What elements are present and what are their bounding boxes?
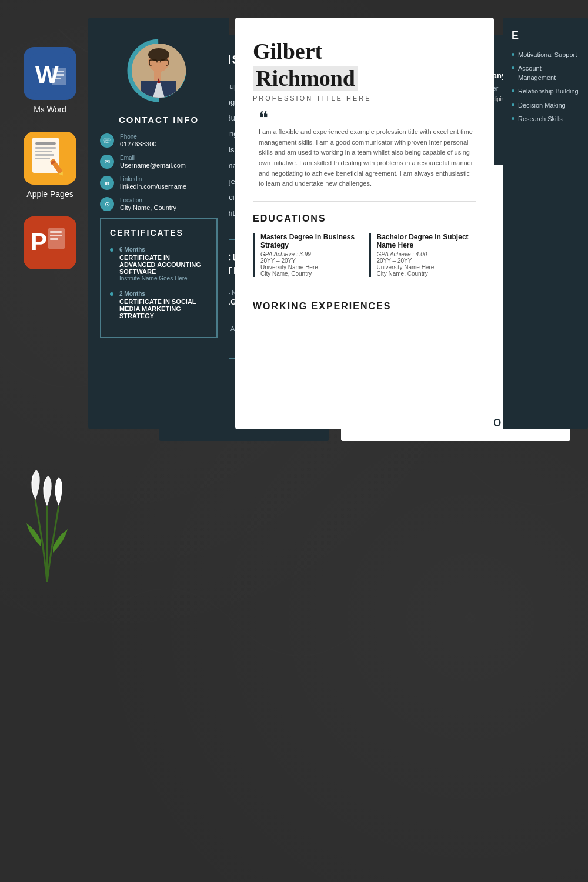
bottom-photo-wrapper xyxy=(126,38,191,103)
person-name: Gilbert Richmond xyxy=(253,38,476,92)
contact-email-text: Email Username@email.com xyxy=(120,155,218,169)
edu-city: City Name, Country xyxy=(260,270,360,277)
certificates-title: CERTIFICATES xyxy=(110,228,208,238)
linkedin-label: Linkedin xyxy=(120,176,218,182)
msword-app-block[interactable]: W Ms Word xyxy=(24,47,76,114)
partial-bullet-icon xyxy=(512,89,514,92)
powerpoint-icon-box: P xyxy=(24,216,76,269)
last-name: Richmond xyxy=(253,66,358,91)
cert-content: 2 Months Certificate In Social Media Mar… xyxy=(119,290,208,319)
powerpoint-app-block[interactable]: P xyxy=(24,216,76,269)
svg-point-48 xyxy=(151,62,166,72)
linkedin-value: linkedin.com/username xyxy=(120,183,218,190)
svg-point-40 xyxy=(148,48,169,61)
work-experiences-title: WORKING EXPERIENCES xyxy=(253,301,476,312)
educations-grid: Masters Degree in Business Strategy GPA … xyxy=(253,233,476,277)
svg-rect-45 xyxy=(154,71,161,81)
edu-gpa: GPA Achieve : 3.99 xyxy=(260,251,360,258)
email-label: Email xyxy=(120,155,218,161)
email-icon: ✉ xyxy=(100,155,114,169)
edu-university: University Name Here xyxy=(377,264,477,270)
cert-name: Certificate In Social Media Marketing St… xyxy=(119,298,208,319)
partial-bullet-icon xyxy=(512,53,514,56)
pages-icon-box xyxy=(24,132,76,185)
contact-linkedin-item: in Linkedin linkedin.com/username xyxy=(100,176,218,190)
bottom-profile-photo xyxy=(132,44,186,98)
cert-bullet-icon xyxy=(110,292,113,296)
bio-block: ❝ I am a flexible and experienced exampl… xyxy=(253,113,476,189)
cert-duration: 2 Months xyxy=(119,290,208,297)
edu-gpa: GPA Achieve : 4.00 xyxy=(377,251,477,258)
email-value: Username@email.com xyxy=(120,162,218,169)
edu-degree: Masters Degree in Business Strategy xyxy=(260,233,360,249)
svg-rect-9 xyxy=(35,147,56,149)
edu-card-bachelor: Bachelor Degree in Subject Name Here GPA… xyxy=(369,233,477,277)
cert-item: 2 Months Certificate In Social Media Mar… xyxy=(110,290,208,319)
phone-label: Phone xyxy=(120,133,218,140)
partial-text: Motivational Support xyxy=(518,51,577,59)
first-name: Gilbert xyxy=(253,39,322,64)
cert-content: 6 Months Certificate In Advanced Account… xyxy=(119,246,208,282)
partial-bullet-icon xyxy=(512,66,514,69)
edu-year: 20YY – 20YY xyxy=(377,258,477,264)
pages-label: Apple Pages xyxy=(26,189,73,199)
contact-linkedin-text: Linkedin linkedin.com/username xyxy=(120,176,218,190)
linkedin-icon: in xyxy=(100,176,114,190)
certificates-section: CERTIFICATES 6 Months Certificate In Adv… xyxy=(100,218,218,338)
svg-rect-2 xyxy=(52,68,66,85)
divider xyxy=(253,201,476,202)
msword-label: Ms Word xyxy=(34,105,66,114)
cert-name: Certificate In Advanced Accounting Softw… xyxy=(119,254,208,275)
partial-bullet-icon xyxy=(512,117,514,120)
svg-rect-21 xyxy=(50,238,58,240)
partial-list-item: Account Management xyxy=(512,64,579,82)
contact-location-item: ⊙ Location City Name, Country xyxy=(100,197,218,211)
bottom-person-illustration xyxy=(132,44,186,98)
edu-degree: Bachelor Degree in Subject Name Here xyxy=(377,233,477,249)
svg-rect-20 xyxy=(50,235,62,236)
svg-rect-8 xyxy=(35,142,56,145)
cert-item: 6 Months Certificate In Advanced Account… xyxy=(110,246,208,282)
edu-university: University Name Here xyxy=(260,264,360,270)
location-value: City Name, Country xyxy=(120,204,218,211)
cert-duration: 6 Months xyxy=(119,246,208,253)
bottom-photo-area xyxy=(100,29,218,103)
pages-app-block[interactable]: Apple Pages xyxy=(24,132,76,199)
svg-rect-12 xyxy=(35,158,50,159)
tulips-svg xyxy=(0,465,100,582)
phone-icon: ☏ xyxy=(100,133,114,148)
edu-card-masters: Masters Degree in Business Strategy GPA … xyxy=(253,233,360,277)
tulips-decoration xyxy=(0,465,100,582)
contact-phone-text: Phone 01276S8300 xyxy=(120,133,218,148)
profession-title: PROFESSION TITLE HERE xyxy=(253,95,476,102)
bottom-dark-panel: CONTACT INFO ☏ Phone 01276S8300 ✉ Email … xyxy=(88,18,229,429)
app-icons-section: W Ms Word A xyxy=(24,47,76,269)
divider-2 xyxy=(253,289,476,289)
partial-title: E xyxy=(512,29,579,42)
phone-value: 01276S8300 xyxy=(120,141,218,148)
partial-list-item: Decision Making xyxy=(512,101,579,110)
bottom-white-panel: Gilbert Richmond PROFESSION TITLE HERE ❝… xyxy=(235,18,494,429)
partial-text: Account Management xyxy=(518,64,579,82)
partial-list-item: Relationship Building xyxy=(512,87,579,96)
bottom-contact-title: CONTACT INFO xyxy=(100,115,218,125)
svg-rect-11 xyxy=(35,154,54,156)
svg-text:P: P xyxy=(31,228,47,256)
bio-text: I am a flexible and experienced example … xyxy=(259,127,476,189)
quote-mark-icon: ❝ xyxy=(259,113,476,122)
svg-rect-5 xyxy=(54,78,61,79)
cert-bullet-icon xyxy=(110,248,113,252)
partial-list-item: Motivational Support xyxy=(512,51,579,59)
edu-year: 20YY – 20YY xyxy=(260,258,360,264)
svg-rect-3 xyxy=(54,71,64,72)
svg-rect-10 xyxy=(35,151,52,152)
partial-text: Research Skills xyxy=(518,115,563,123)
contact-phone-item: ☏ Phone 01276S8300 xyxy=(100,133,218,148)
svg-rect-4 xyxy=(54,74,64,76)
msword-icon-box: W xyxy=(24,47,76,100)
location-label: Location xyxy=(120,197,218,203)
educations-title: EDUCATIONS xyxy=(253,213,476,224)
partial-list-item: Research Skills xyxy=(512,115,579,123)
cert-institute: Institute Name Goes Here xyxy=(119,275,208,282)
edu-city: City Name, Country xyxy=(377,270,477,277)
